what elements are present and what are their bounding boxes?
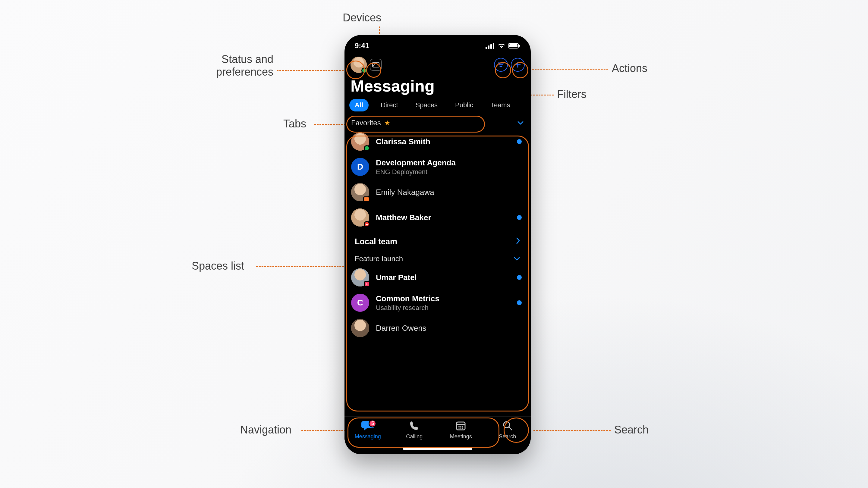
avatar-self[interactable]	[350, 57, 367, 73]
page-title: Messaging	[344, 75, 531, 99]
svg-rect-6	[519, 45, 520, 47]
svg-rect-5	[509, 44, 518, 47]
space-initial: D	[351, 158, 369, 176]
svg-rect-1	[488, 45, 490, 49]
connector-search	[533, 430, 611, 431]
svg-point-18	[462, 426, 463, 427]
presence-camera-icon	[363, 196, 370, 202]
status-icons	[486, 43, 521, 49]
row-name: Clarissa Smith	[376, 137, 510, 147]
section-local-team[interactable]: Local team	[348, 230, 527, 253]
label-spaces: Spaces list	[192, 260, 244, 272]
phone-frame: 9:41 Messaging All	[344, 35, 531, 454]
label-actions: Actions	[612, 62, 647, 75]
home-indicator	[403, 447, 472, 450]
svg-point-17	[460, 426, 461, 427]
tab-public[interactable]: Public	[450, 99, 478, 111]
presence-available-icon	[364, 145, 370, 151]
tab-all[interactable]: All	[349, 99, 369, 111]
connector-tabs	[314, 124, 346, 125]
svg-rect-3	[493, 43, 494, 49]
status-time: 9:41	[355, 41, 369, 50]
filter-icon	[498, 62, 504, 67]
unread-dot	[517, 139, 522, 144]
chevron-down-icon	[517, 119, 524, 127]
svg-rect-0	[486, 47, 487, 49]
svg-point-21	[462, 427, 463, 429]
row-name: Matthew Baker	[376, 213, 510, 222]
unread-dot	[517, 275, 522, 280]
list-item[interactable]: Matthew Baker	[348, 205, 527, 230]
label-navigation: Navigation	[240, 424, 291, 436]
nav-search[interactable]: Search	[484, 419, 531, 454]
label-devices: Devices	[343, 11, 381, 24]
svg-point-8	[373, 66, 374, 67]
svg-line-23	[509, 427, 512, 430]
connector-spaces	[256, 266, 347, 267]
nav-messaging[interactable]: Messaging 5	[344, 419, 391, 454]
local-team-label: Local team	[355, 237, 397, 247]
bottom-navigation: Messaging 5 Calling Meetings Search	[344, 416, 531, 454]
nav-label: Calling	[406, 433, 423, 440]
row-name: Common Metrics	[376, 294, 510, 303]
chevron-down-icon	[513, 255, 521, 263]
connector-nav	[301, 430, 348, 431]
cast-icon	[372, 62, 379, 67]
presence-available-icon	[361, 67, 367, 73]
tab-direct[interactable]: Direct	[375, 99, 403, 111]
top-bar	[344, 52, 531, 75]
list-item[interactable]: Emily Nakagawa	[348, 180, 527, 205]
list-item[interactable]: + Umar Patel	[348, 265, 527, 290]
list-item[interactable]: Clarissa Smith	[348, 129, 527, 154]
filter-button[interactable]	[494, 58, 508, 72]
row-sub: ENG Deployment	[376, 168, 524, 176]
nav-label: Search	[499, 433, 516, 440]
connector-status	[277, 70, 349, 71]
chevron-right-icon	[516, 237, 521, 247]
nav-badge: 5	[369, 420, 376, 427]
label-search: Search	[614, 424, 649, 436]
battery-icon	[508, 43, 521, 49]
tab-teams[interactable]: Teams	[485, 99, 516, 111]
feature-launch-label: Feature launch	[355, 255, 403, 263]
wifi-icon	[498, 43, 505, 49]
svg-point-19	[458, 427, 460, 429]
list-item[interactable]: C Common MetricsUsability research	[348, 290, 527, 315]
plus-icon	[515, 61, 521, 68]
tab-bar: All Direct Spaces Public Teams	[344, 99, 531, 116]
nav-label: Meetings	[450, 433, 472, 440]
label-tabs: Tabs	[283, 118, 306, 130]
svg-point-16	[458, 426, 460, 427]
presence-presenting-icon: +	[364, 281, 370, 287]
favorites-label: Favorites	[351, 119, 381, 127]
row-name: Umar Patel	[376, 273, 510, 282]
devices-button[interactable]	[370, 59, 382, 71]
section-feature-launch[interactable]: Feature launch	[348, 253, 527, 265]
connector-actions	[529, 69, 608, 70]
label-filters: Filters	[557, 88, 587, 101]
label-status-prefs-1: Status and	[189, 53, 273, 66]
tab-spaces[interactable]: Spaces	[410, 99, 443, 111]
row-sub: Usability research	[376, 304, 510, 312]
label-status-prefs-2: preferences	[189, 66, 273, 78]
unread-dot	[517, 215, 522, 220]
nav-label: Messaging	[355, 433, 381, 440]
cellular-icon	[486, 43, 495, 49]
svg-rect-2	[490, 44, 492, 49]
space-initial: C	[351, 294, 369, 312]
presence-dnd-icon	[364, 221, 370, 227]
phone-icon	[409, 419, 420, 432]
add-button[interactable]	[511, 58, 525, 72]
row-name: Emily Nakagawa	[376, 188, 524, 197]
row-name: Development Agenda	[376, 158, 524, 167]
calendar-icon	[456, 419, 466, 432]
svg-point-20	[460, 427, 461, 429]
list-item[interactable]: D Development AgendaENG Deployment	[348, 154, 527, 180]
list-item[interactable]: Darren Owens	[348, 315, 527, 341]
unread-dot	[517, 300, 522, 305]
ios-status-bar: 9:41	[344, 35, 531, 52]
section-favorites[interactable]: Favorites★	[344, 116, 531, 129]
spaces-list: Clarissa Smith D Development AgendaENG D…	[344, 129, 531, 341]
star-icon: ★	[384, 119, 391, 127]
search-icon	[502, 419, 513, 432]
